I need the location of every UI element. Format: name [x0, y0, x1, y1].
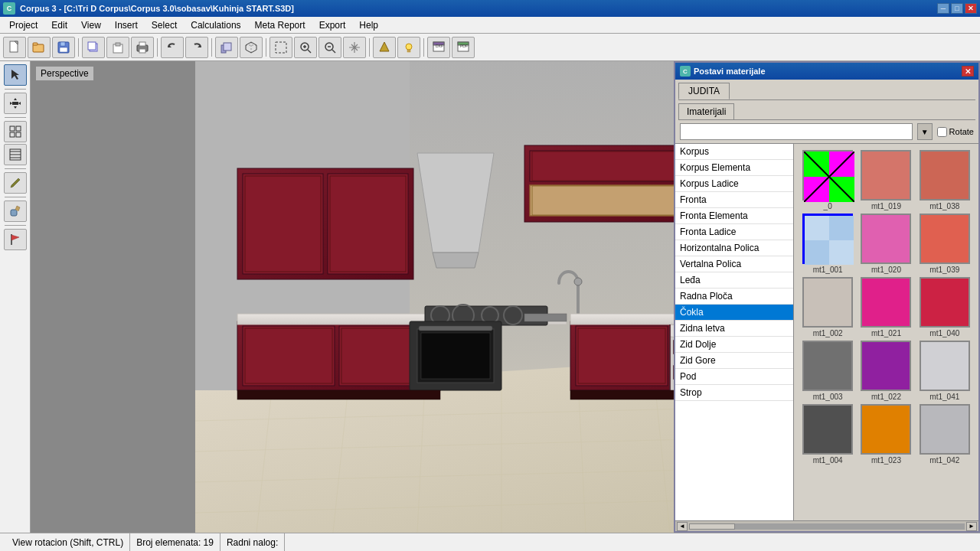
- menu-export[interactable]: Export: [313, 18, 352, 32]
- color-label: mt1_001: [813, 266, 843, 274]
- scroll-thumb[interactable]: [689, 523, 735, 530]
- material-list-item[interactable]: Leđa: [675, 272, 793, 289]
- material-list-item[interactable]: Fronta Elementa: [675, 208, 793, 224]
- save-button[interactable]: [52, 37, 75, 58]
- material-list-item[interactable]: Fronta: [675, 192, 793, 208]
- material-list-item[interactable]: Strop: [675, 385, 793, 401]
- rotate-checkbox[interactable]: [937, 127, 947, 137]
- material-list-item[interactable]: Korpus Ladice: [675, 176, 793, 192]
- paste3d-button[interactable]: [106, 37, 129, 58]
- svg-point-82: [574, 278, 582, 285]
- tool-sep-1: [5, 89, 26, 90]
- color-swatch: [861, 277, 911, 328]
- title-bar-controls[interactable]: ─ □ ✕: [937, 3, 977, 14]
- new-button[interactable]: [3, 37, 26, 58]
- copy3d-button[interactable]: [82, 37, 105, 58]
- menu-view[interactable]: View: [75, 18, 107, 32]
- color-swatch: [802, 404, 853, 455]
- material-dropdown[interactable]: [680, 123, 913, 140]
- svg-rect-61: [243, 174, 323, 274]
- color-label: mt1_023: [871, 456, 901, 465]
- export1-button[interactable]: DXF: [427, 37, 450, 58]
- color-cell[interactable]: mt1_004: [800, 404, 855, 465]
- color-cell[interactable]: mt1_002: [800, 277, 855, 337]
- menu-edit[interactable]: Edit: [45, 18, 74, 32]
- material-list-item[interactable]: Horizontalna Polica: [675, 240, 793, 256]
- rotate-checkbox-group: Rotate: [937, 127, 974, 137]
- menu-project[interactable]: Project: [3, 18, 44, 32]
- undo-button[interactable]: [161, 37, 184, 58]
- svg-rect-36: [10, 132, 15, 137]
- open-button[interactable]: [28, 37, 51, 58]
- zoom-out-button[interactable]: [318, 37, 341, 58]
- color-cell[interactable]: mt1_003: [800, 341, 855, 401]
- menu-help[interactable]: Help: [353, 18, 384, 32]
- horizontal-scrollbar[interactable]: ◄ ►: [675, 520, 978, 531]
- color-cell[interactable]: mt1_023: [858, 404, 913, 465]
- light-button[interactable]: [397, 37, 420, 58]
- scroll-right-button[interactable]: ►: [966, 522, 977, 531]
- color-cell[interactable]: mt1_038: [917, 150, 972, 210]
- dialog-logo: C: [680, 66, 691, 77]
- color-cell[interactable]: mt1_001: [800, 214, 855, 274]
- material-list-item[interactable]: Zid Dolje: [675, 337, 793, 353]
- svg-text:DXF: DXF: [436, 44, 443, 48]
- color-label: mt1_002: [813, 329, 843, 337]
- color-grid-panel: _0mt1_019mt1_038 mt1_001mt1_020mt1_039mt…: [794, 144, 978, 520]
- scroll-track[interactable]: [689, 523, 965, 530]
- color-cell[interactable]: mt1_019: [858, 150, 913, 210]
- dialog-subtab-imaterijali[interactable]: Imaterijali: [678, 103, 734, 119]
- 3d-button[interactable]: [240, 37, 263, 58]
- color-cell[interactable]: mt1_020: [858, 214, 913, 274]
- menu-meta-report[interactable]: Meta Report: [249, 18, 312, 32]
- color-cell[interactable]: mt1_041: [917, 341, 972, 401]
- toolbar: DXF PDF: [0, 34, 980, 61]
- material-list-item[interactable]: Korpus Elementa: [675, 160, 793, 176]
- color-cell[interactable]: mt1_042: [917, 404, 972, 465]
- tool-sep-3: [5, 168, 26, 169]
- material-list-item[interactable]: Korpus: [675, 144, 793, 160]
- material-list-item[interactable]: Zidna letva: [675, 321, 793, 337]
- export2-button[interactable]: PDF: [452, 37, 475, 58]
- svg-rect-100: [237, 390, 440, 399]
- render-button[interactable]: [373, 37, 396, 58]
- material-list-item[interactable]: Čokla: [675, 305, 793, 321]
- flag-tool-button[interactable]: [4, 229, 27, 250]
- menu-select[interactable]: Select: [145, 18, 183, 32]
- move3d-tool-button[interactable]: [4, 93, 27, 114]
- close-button[interactable]: ✕: [965, 3, 977, 14]
- color-cell[interactable]: mt1_022: [858, 341, 913, 401]
- material-list-item[interactable]: Fronta Ladice: [675, 224, 793, 240]
- dialog-tab-judita[interactable]: JUDITA: [678, 83, 730, 99]
- dropdown-arrow-button[interactable]: ▼: [917, 123, 933, 140]
- pan-button[interactable]: [343, 37, 366, 58]
- material-list-item[interactable]: Zid Gore: [675, 353, 793, 369]
- svg-rect-37: [16, 132, 21, 137]
- zoom-in-button[interactable]: [294, 37, 317, 58]
- maximize-button[interactable]: □: [951, 3, 963, 14]
- print-button[interactable]: [131, 37, 154, 58]
- color-cell[interactable]: mt1_039: [917, 214, 972, 274]
- pencil-tool-button[interactable]: [4, 172, 27, 194]
- menu-calculations[interactable]: Calculations: [185, 18, 247, 32]
- minimize-button[interactable]: ─: [937, 3, 949, 14]
- scroll-left-button[interactable]: ◄: [677, 522, 688, 531]
- material-list-item[interactable]: Vertalna Polica: [675, 256, 793, 272]
- grid2-tool-button[interactable]: [4, 144, 27, 165]
- toolbar-sep-5: [369, 38, 370, 57]
- redo-button[interactable]: [185, 37, 208, 58]
- arrange-button[interactable]: [215, 37, 238, 58]
- color-cell[interactable]: _0: [800, 150, 855, 210]
- select-tool-button[interactable]: [4, 64, 27, 86]
- menu-insert[interactable]: Insert: [109, 18, 144, 32]
- grid-tool-button[interactable]: [4, 121, 27, 142]
- dialog-close-button[interactable]: ✕: [962, 66, 974, 77]
- work-order-status: Radni nalog:: [220, 533, 285, 551]
- color-cell[interactable]: mt1_040: [917, 277, 972, 337]
- svg-line-20: [308, 50, 311, 53]
- material-list-item[interactable]: Pod: [675, 369, 793, 385]
- color-cell[interactable]: mt1_021: [858, 277, 913, 337]
- material-list-item[interactable]: Radna Ploča: [675, 289, 793, 305]
- paint-tool-button[interactable]: [4, 201, 27, 222]
- select-button[interactable]: [270, 37, 292, 58]
